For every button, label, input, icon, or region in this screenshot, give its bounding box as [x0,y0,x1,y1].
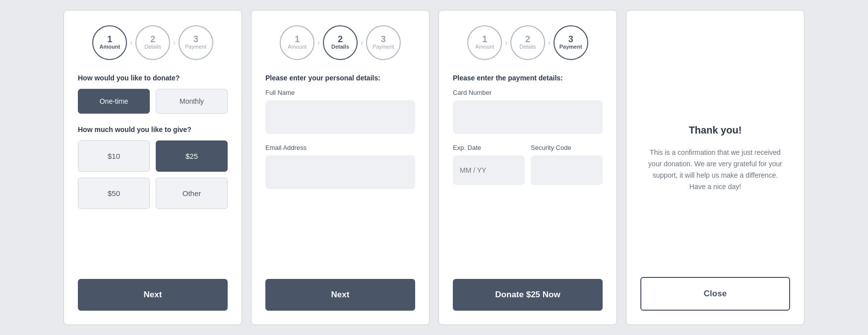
one-time-button[interactable]: One-time [78,89,150,114]
card-payment: 1 Amount › 2 Details › 3 Payment Please … [438,10,617,325]
step-3-payment: 3 Payment [554,25,588,60]
payment-form-title: Please enter the payment details: [453,74,603,82]
exp-date-group: Exp. Date [453,144,525,185]
thankyou-title: Thank you! [689,125,742,136]
step-arrow-1: › [505,39,507,47]
step-2-details: 2 Details [323,25,358,60]
amount-10-button[interactable]: $10 [78,140,150,172]
security-code-label: Security Code [531,144,603,151]
step-arrow-2: › [361,39,363,47]
payment-row: Exp. Date Security Code [453,144,603,185]
step-arrow-2: › [173,39,176,47]
card-number-input[interactable] [453,100,603,134]
step-arrow-1: › [317,39,320,47]
card-number-group: Card Number [453,89,603,134]
step-arrow-2: › [548,39,551,47]
step-arrow-1: › [130,39,132,47]
step-2-details: 2 Details [135,25,170,60]
full-name-input[interactable] [265,100,415,134]
amount-50-button[interactable]: $50 [78,178,150,209]
card-number-label: Card Number [453,89,603,96]
full-name-group: Full Name [265,89,415,134]
amount-other-button[interactable]: Other [156,178,228,209]
amount-question: How much would you like to give? [78,126,228,134]
details-form-title: Please enter your personal details: [265,74,415,82]
donate-type-group: One-time Monthly [78,89,228,114]
next-button-1[interactable]: Next [78,279,228,311]
step-1-amount: 1 Amount [92,25,127,60]
step-1-amount: 1 Amount [280,25,314,60]
security-code-group: Security Code [531,144,603,185]
step-3-payment: 3 Payment [366,25,401,60]
email-group: Email Address [265,144,415,189]
stepper-payment: 1 Amount › 2 Details › 3 Payment [453,25,603,60]
step-1-amount: 1 Amount [467,25,502,60]
donate-button[interactable]: Donate $25 Now [453,279,603,311]
amount-25-button[interactable]: $25 [156,140,228,172]
full-name-label: Full Name [265,89,415,96]
thankyou-message: This is a confirmation that we just rece… [645,147,785,193]
monthly-button[interactable]: Monthly [156,89,228,114]
security-code-input[interactable] [531,155,603,185]
next-button-2[interactable]: Next [265,279,415,311]
step-3-payment: 3 Payment [179,25,213,60]
card-thankyou: Thank you! This is a confirmation that w… [626,10,805,325]
exp-date-input[interactable] [453,155,525,185]
step-2-details: 2 Details [510,25,545,60]
amount-grid: $10 $25 $50 Other [78,140,228,209]
stepper-details: 1 Amount › 2 Details › 3 Payment [265,25,415,60]
card-amount: 1 Amount › 2 Details › 3 Payment How wou… [63,10,242,325]
email-label: Email Address [265,144,415,151]
thankyou-content: Thank you! This is a confirmation that w… [640,25,790,277]
card-details: 1 Amount › 2 Details › 3 Payment Please … [251,10,430,325]
close-button[interactable]: Close [640,277,790,311]
exp-date-label: Exp. Date [453,144,525,151]
stepper-amount: 1 Amount › 2 Details › 3 Payment [78,25,228,60]
email-input[interactable] [265,155,415,189]
donate-type-question: How would you like to donate? [78,74,228,82]
